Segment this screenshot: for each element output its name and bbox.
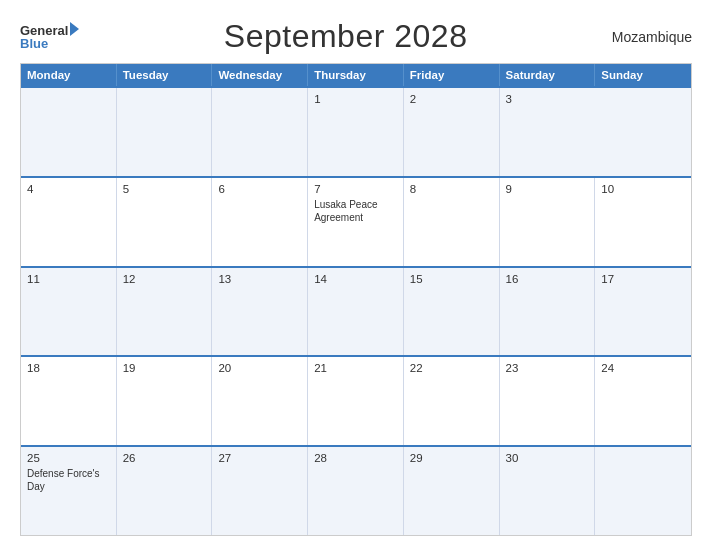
weekday-monday: Monday	[21, 64, 117, 86]
cell-sep20: 20	[212, 357, 308, 445]
day-25: 25	[27, 452, 110, 464]
day-9: 9	[506, 183, 589, 195]
cell-sep9: 9	[500, 178, 596, 266]
cell-sep3: 3	[500, 88, 596, 176]
day-14: 14	[314, 273, 397, 285]
day-20: 20	[218, 362, 301, 374]
week-5: 25 Defense Force's Day 26 27 28 29 30	[21, 445, 691, 535]
week-3: 11 12 13 14 15 16 17	[21, 266, 691, 356]
week-4: 18 19 20 21 22 23 24	[21, 355, 691, 445]
cell-sep1: 1	[308, 88, 404, 176]
day-13: 13	[218, 273, 301, 285]
event-defense: Defense Force's Day	[27, 467, 110, 493]
calendar-header-row: Monday Tuesday Wednesday Thursday Friday…	[21, 64, 691, 86]
day-6: 6	[218, 183, 301, 195]
day-22: 22	[410, 362, 493, 374]
day-16: 16	[506, 273, 589, 285]
cell-sep18: 18	[21, 357, 117, 445]
cell-sep26: 26	[117, 447, 213, 535]
calendar-body: 1 2 3 4 5 6	[21, 86, 691, 535]
cell-sep17: 17	[595, 268, 691, 356]
event-lusaka: Lusaka Peace Agreement	[314, 198, 397, 224]
week-1: 1 2 3	[21, 86, 691, 176]
cell-sep28: 28	[308, 447, 404, 535]
day-15: 15	[410, 273, 493, 285]
cell-sep23: 23	[500, 357, 596, 445]
cell-sep30: 30	[500, 447, 596, 535]
day-29: 29	[410, 452, 493, 464]
cell-sep22: 22	[404, 357, 500, 445]
day-5: 5	[123, 183, 206, 195]
logo-blue-text: Blue	[20, 37, 48, 50]
logo: General Blue	[20, 24, 79, 50]
day-1: 1	[314, 93, 397, 105]
header: General Blue September 2028 Mozambique	[20, 18, 692, 55]
weekday-friday: Friday	[404, 64, 500, 86]
weekday-thursday: Thursday	[308, 64, 404, 86]
day-24: 24	[601, 362, 685, 374]
day-21: 21	[314, 362, 397, 374]
day-11: 11	[27, 273, 110, 285]
weekday-wednesday: Wednesday	[212, 64, 308, 86]
day-26: 26	[123, 452, 206, 464]
day-8: 8	[410, 183, 493, 195]
day-2: 2	[410, 93, 493, 105]
day-7: 7	[314, 183, 397, 195]
day-28: 28	[314, 452, 397, 464]
day-30: 30	[506, 452, 589, 464]
cell-sep19: 19	[117, 357, 213, 445]
cell-sep27: 27	[212, 447, 308, 535]
cell-sep7: 7 Lusaka Peace Agreement	[308, 178, 404, 266]
week-2: 4 5 6 7 Lusaka Peace Agreement 8 9	[21, 176, 691, 266]
cell-sep14: 14	[308, 268, 404, 356]
cell-w1-mon	[21, 88, 117, 176]
cell-w5-sun	[595, 447, 691, 535]
cell-sep5: 5	[117, 178, 213, 266]
day-27: 27	[218, 452, 301, 464]
logo-triangle-icon	[70, 22, 79, 36]
cell-w1-tue	[117, 88, 213, 176]
cell-sep4: 4	[21, 178, 117, 266]
day-19: 19	[123, 362, 206, 374]
cell-sep11: 11	[21, 268, 117, 356]
cell-sep8: 8	[404, 178, 500, 266]
cell-w1-wed	[212, 88, 308, 176]
country-label: Mozambique	[612, 29, 692, 45]
logo-general-text: General	[20, 24, 68, 37]
calendar-title: September 2028	[224, 18, 468, 55]
cell-sep25: 25 Defense Force's Day	[21, 447, 117, 535]
cell-sep2: 2	[404, 88, 500, 176]
weekday-saturday: Saturday	[500, 64, 596, 86]
cell-sep15: 15	[404, 268, 500, 356]
cell-sep13: 13	[212, 268, 308, 356]
cell-sep29: 29	[404, 447, 500, 535]
day-18: 18	[27, 362, 110, 374]
cell-sep12: 12	[117, 268, 213, 356]
day-4: 4	[27, 183, 110, 195]
day-10: 10	[601, 183, 685, 195]
weekday-sunday: Sunday	[595, 64, 691, 86]
cell-sep24: 24	[595, 357, 691, 445]
day-3: 3	[506, 93, 590, 105]
day-23: 23	[506, 362, 589, 374]
cell-sep16: 16	[500, 268, 596, 356]
day-12: 12	[123, 273, 206, 285]
cell-sep10: 10	[595, 178, 691, 266]
page: General Blue September 2028 Mozambique M…	[0, 0, 712, 550]
cell-sep21: 21	[308, 357, 404, 445]
cell-sep6: 6	[212, 178, 308, 266]
calendar: Monday Tuesday Wednesday Thursday Friday…	[20, 63, 692, 536]
day-17: 17	[601, 273, 685, 285]
weekday-tuesday: Tuesday	[117, 64, 213, 86]
